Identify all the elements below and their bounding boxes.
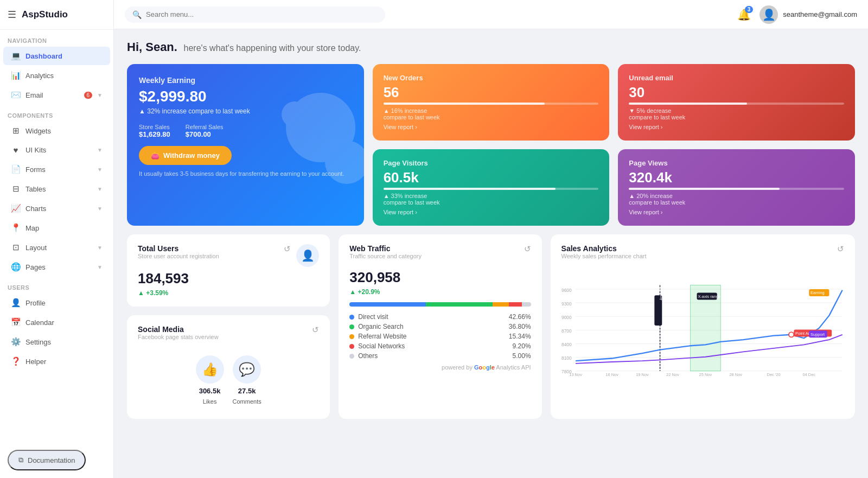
likes-label: Likes — [203, 398, 217, 405]
search-input[interactable] — [146, 10, 378, 18]
page-views-link[interactable]: View report › — [629, 209, 662, 215]
doc-icon: ⧉ — [18, 456, 23, 464]
withdraw-label: Withdraw money — [163, 151, 220, 160]
svg-text:9300: 9300 — [561, 301, 572, 307]
sidebar-item-forms[interactable]: 📄 Forms ▼ — [3, 160, 110, 179]
forms-icon: 📄 — [11, 164, 21, 174]
withdraw-button[interactable]: 👛 Withdraw money — [139, 146, 232, 165]
new-orders-change: ▲ 16% increasecompare to last week — [384, 107, 599, 120]
sidebar-item-settings[interactable]: ⚙️ Settings — [3, 333, 110, 351]
unread-email-bar-wrap — [629, 103, 844, 105]
svg-point-1 — [325, 141, 364, 184]
total-users-sub: Store user account registration — [138, 253, 219, 259]
sidebar-item-widgets[interactable]: ⊞ Widgets — [3, 122, 110, 140]
weekly-sales: Store Sales $1,629.80 Referral Sales $70… — [139, 124, 352, 138]
store-sales-value: $1,629.80 — [139, 130, 170, 138]
sidebar-item-calendar[interactable]: 📅 Calendar — [3, 313, 110, 332]
search-icon: 🔍 — [132, 10, 142, 19]
svg-text:16 Nov: 16 Nov — [605, 372, 618, 377]
web-traffic-change: ▲ +20.9% — [349, 288, 531, 296]
notification-badge: 3 — [745, 6, 754, 13]
search-wrap[interactable]: 🔍 — [125, 7, 385, 23]
sidebar-item-map[interactable]: 📍 Map — [3, 219, 110, 237]
chevron-icon: ▼ — [97, 92, 103, 98]
svg-text:Anno. Test: Anno. Test — [659, 284, 662, 301]
social-media-title: Social Media — [138, 325, 219, 334]
new-orders-value: 56 — [384, 84, 599, 101]
weekly-change: ▲ 32% increase compare to last week — [139, 107, 352, 115]
page-views-bar-wrap — [629, 188, 844, 190]
likes-icon-circle: 👍 — [196, 355, 224, 384]
web-traffic-title: Web Traffic — [349, 244, 422, 253]
dot-others — [349, 354, 354, 359]
sidebar-item-charts[interactable]: 📈 Charts ▼ — [3, 199, 110, 218]
pages-icon: 🌐 — [11, 262, 21, 272]
referral-sales: Referral Sales $700.00 — [186, 124, 224, 138]
sidebar-item-email[interactable]: ✉️ Email 6 ▼ — [3, 86, 110, 104]
comments-count: 27.5k — [238, 387, 256, 395]
legend-referral: Referral Website 15.34% — [349, 333, 531, 340]
web-traffic-refresh[interactable]: ↺ — [524, 244, 531, 254]
tables-icon: ⊟ — [11, 184, 21, 194]
svg-text:8100: 8100 — [561, 355, 572, 361]
sidebar-header: ☰ AspStudio — [0, 0, 113, 30]
total-users-card: Total Users Store user account registrat… — [127, 234, 330, 307]
greeting-subtitle: here's what's happening with your store … — [184, 43, 361, 53]
social-media-refresh[interactable]: ↺ — [312, 325, 319, 335]
components-section-label: Components — [0, 105, 113, 121]
web-traffic-sub: Traffic source and category — [349, 253, 422, 259]
greeting-name: Hi, Sean. — [127, 40, 177, 54]
unread-email-change: ▼ 5% decreasecompare to last week — [629, 107, 844, 120]
chevron-icon: ▼ — [97, 147, 103, 153]
wallet-icon: 👛 — [151, 151, 159, 160]
new-orders-link[interactable]: View report › — [384, 124, 417, 130]
sidebar-item-tables[interactable]: ⊟ Tables ▼ — [3, 180, 110, 198]
svg-text:Earning: Earning — [810, 290, 825, 295]
direct-pct: 42.66% — [509, 313, 531, 321]
sidebar-item-helper[interactable]: ❓ Helper — [3, 352, 110, 371]
sidebar-item-layout[interactable]: ⊡ Layout ▼ — [3, 238, 110, 257]
sidebar-item-dashboard[interactable]: 💻 Dashboard — [3, 47, 110, 65]
profile-icon: 👤 — [11, 298, 21, 308]
sidebar-item-pages[interactable]: 🌐 Pages ▼ — [3, 258, 110, 276]
comments-label: Comments — [233, 398, 261, 405]
sidebar-item-label: Layout — [25, 244, 92, 252]
helper-icon: ❓ — [11, 356, 21, 366]
user-info[interactable]: 👤 seantheme@gmail.com — [760, 5, 857, 24]
sales-analytics-refresh[interactable]: ↺ — [837, 244, 844, 254]
hamburger-icon[interactable]: ☰ — [8, 9, 16, 21]
sidebar-item-label: Email — [25, 91, 79, 99]
svg-text:13 Nov: 13 Nov — [569, 372, 582, 377]
traffic-direct-bar — [349, 302, 425, 307]
web-traffic-header: Web Traffic Traffic source and category … — [349, 244, 531, 266]
svg-text:9600: 9600 — [561, 288, 572, 293]
web-traffic-value: 320,958 — [349, 269, 531, 286]
new-orders-bar-wrap — [384, 103, 599, 105]
brand-title: AspStudio — [22, 9, 68, 20]
documentation-button[interactable]: ⧉ Documentation — [8, 450, 86, 470]
traffic-organic-bar — [426, 302, 493, 307]
weekly-note: It usually takes 3-5 business days for t… — [139, 170, 352, 177]
traffic-referral-bar — [493, 302, 509, 307]
unread-email-link[interactable]: View report › — [629, 124, 662, 130]
sidebar-item-profile[interactable]: 👤 Profile — [3, 294, 110, 312]
svg-text:28 Nov: 28 Nov — [729, 372, 742, 377]
likes-count: 306.5k — [199, 387, 221, 395]
total-users-value: 184,593 — [138, 270, 319, 287]
sidebar-footer: ⧉ Documentation — [0, 442, 113, 478]
total-users-refresh[interactable]: ↺ — [284, 244, 291, 254]
weekly-title: Weekly Earning — [139, 76, 352, 85]
sidebar-item-ui-kits[interactable]: ♥ UI Kits ▼ — [3, 141, 110, 159]
referral-sales-label: Referral Sales — [186, 124, 224, 130]
sidebar-item-label: Profile — [25, 299, 103, 307]
notification-bell[interactable]: 🔔 3 — [737, 8, 751, 21]
sidebar-item-analytics[interactable]: 📊 Analytics — [3, 66, 110, 85]
legend-social: Social Networks 9.20% — [349, 342, 531, 350]
topbar: 🔍 🔔 3 👤 seantheme@gmail.com — [114, 0, 868, 29]
page-visitors-link[interactable]: View report › — [384, 209, 417, 215]
page-visitors-change: ▲ 33% increasecompare to last week — [384, 193, 599, 206]
user-email: seantheme@gmail.com — [783, 10, 857, 18]
sidebar-item-label: Helper — [25, 358, 103, 366]
page-views-change: ▲ 20% increasecompare to last week — [629, 193, 844, 206]
sidebar-item-label: Charts — [25, 205, 92, 213]
